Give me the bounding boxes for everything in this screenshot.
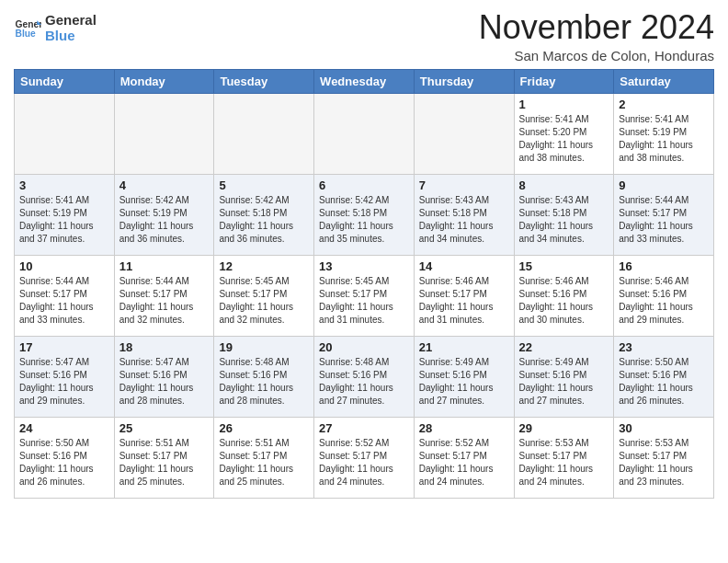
calendar-cell: 12Sunrise: 5:45 AM Sunset: 5:17 PM Dayli… xyxy=(214,255,314,336)
calendar-cell: 6Sunrise: 5:42 AM Sunset: 5:18 PM Daylig… xyxy=(314,174,415,255)
calendar-cell: 21Sunrise: 5:49 AM Sunset: 5:16 PM Dayli… xyxy=(414,336,514,417)
calendar-cell xyxy=(414,93,514,174)
day-info: Sunrise: 5:42 AM Sunset: 5:19 PM Dayligh… xyxy=(119,194,210,246)
calendar-cell xyxy=(15,93,115,174)
day-number: 26 xyxy=(219,421,309,435)
calendar-cell: 2Sunrise: 5:41 AM Sunset: 5:19 PM Daylig… xyxy=(614,93,714,174)
weekday-header: Sunday xyxy=(15,69,115,93)
calendar-cell: 19Sunrise: 5:48 AM Sunset: 5:16 PM Dayli… xyxy=(214,336,314,417)
day-number: 23 xyxy=(619,340,709,354)
day-info: Sunrise: 5:42 AM Sunset: 5:18 PM Dayligh… xyxy=(319,194,409,246)
day-number: 19 xyxy=(219,340,309,354)
day-info: Sunrise: 5:46 AM Sunset: 5:16 PM Dayligh… xyxy=(519,275,609,327)
weekday-header: Saturday xyxy=(614,69,714,93)
logo-icon: General Blue xyxy=(14,15,41,42)
day-number: 11 xyxy=(119,259,210,273)
calendar: SundayMondayTuesdayWednesdayThursdayFrid… xyxy=(14,69,714,499)
day-info: Sunrise: 5:43 AM Sunset: 5:18 PM Dayligh… xyxy=(419,194,509,246)
calendar-cell: 8Sunrise: 5:43 AM Sunset: 5:18 PM Daylig… xyxy=(514,174,614,255)
day-number: 4 xyxy=(119,178,210,192)
day-info: Sunrise: 5:53 AM Sunset: 5:17 PM Dayligh… xyxy=(619,437,709,488)
calendar-week-row: 1Sunrise: 5:41 AM Sunset: 5:20 PM Daylig… xyxy=(15,93,714,174)
day-number: 17 xyxy=(19,340,109,354)
weekday-header: Monday xyxy=(114,69,214,93)
calendar-cell: 7Sunrise: 5:43 AM Sunset: 5:18 PM Daylig… xyxy=(414,174,514,255)
calendar-cell: 23Sunrise: 5:50 AM Sunset: 5:16 PM Dayli… xyxy=(614,336,714,417)
calendar-cell: 18Sunrise: 5:47 AM Sunset: 5:16 PM Dayli… xyxy=(114,336,214,417)
subtitle: San Marcos de Colon, Honduras xyxy=(479,48,714,63)
calendar-cell: 17Sunrise: 5:47 AM Sunset: 5:16 PM Dayli… xyxy=(15,336,115,417)
day-info: Sunrise: 5:49 AM Sunset: 5:16 PM Dayligh… xyxy=(419,356,509,408)
day-number: 5 xyxy=(219,178,309,192)
day-info: Sunrise: 5:44 AM Sunset: 5:17 PM Dayligh… xyxy=(119,275,210,327)
day-info: Sunrise: 5:41 AM Sunset: 5:19 PM Dayligh… xyxy=(619,113,709,165)
day-number: 24 xyxy=(19,421,109,435)
weekday-header: Wednesday xyxy=(314,69,415,93)
logo: General Blue General Blue xyxy=(14,13,97,43)
day-info: Sunrise: 5:49 AM Sunset: 5:16 PM Dayligh… xyxy=(519,356,609,408)
calendar-header-row: SundayMondayTuesdayWednesdayThursdayFrid… xyxy=(15,69,714,93)
day-info: Sunrise: 5:52 AM Sunset: 5:17 PM Dayligh… xyxy=(319,437,409,488)
day-number: 28 xyxy=(419,421,509,435)
day-info: Sunrise: 5:46 AM Sunset: 5:16 PM Dayligh… xyxy=(619,275,709,327)
calendar-cell xyxy=(314,93,415,174)
calendar-week-row: 17Sunrise: 5:47 AM Sunset: 5:16 PM Dayli… xyxy=(15,336,714,417)
calendar-cell: 13Sunrise: 5:45 AM Sunset: 5:17 PM Dayli… xyxy=(314,255,415,336)
calendar-cell: 20Sunrise: 5:48 AM Sunset: 5:16 PM Dayli… xyxy=(314,336,415,417)
day-number: 6 xyxy=(319,178,409,192)
calendar-cell: 3Sunrise: 5:41 AM Sunset: 5:19 PM Daylig… xyxy=(15,174,115,255)
day-number: 9 xyxy=(619,178,709,192)
day-number: 27 xyxy=(319,421,409,435)
day-info: Sunrise: 5:46 AM Sunset: 5:17 PM Dayligh… xyxy=(419,275,509,327)
day-info: Sunrise: 5:45 AM Sunset: 5:17 PM Dayligh… xyxy=(219,275,309,327)
calendar-cell: 28Sunrise: 5:52 AM Sunset: 5:17 PM Dayli… xyxy=(414,417,514,498)
day-number: 7 xyxy=(419,178,509,192)
day-info: Sunrise: 5:47 AM Sunset: 5:16 PM Dayligh… xyxy=(119,356,210,408)
day-info: Sunrise: 5:50 AM Sunset: 5:16 PM Dayligh… xyxy=(619,356,709,408)
day-number: 12 xyxy=(219,259,309,273)
day-info: Sunrise: 5:52 AM Sunset: 5:17 PM Dayligh… xyxy=(419,437,509,488)
day-number: 30 xyxy=(619,421,709,435)
day-number: 29 xyxy=(519,421,609,435)
calendar-cell: 26Sunrise: 5:51 AM Sunset: 5:17 PM Dayli… xyxy=(214,417,314,498)
calendar-cell: 5Sunrise: 5:42 AM Sunset: 5:18 PM Daylig… xyxy=(214,174,314,255)
calendar-cell: 25Sunrise: 5:51 AM Sunset: 5:17 PM Dayli… xyxy=(114,417,214,498)
day-info: Sunrise: 5:45 AM Sunset: 5:17 PM Dayligh… xyxy=(319,275,409,327)
day-number: 10 xyxy=(19,259,109,273)
day-number: 22 xyxy=(519,340,609,354)
calendar-cell: 9Sunrise: 5:44 AM Sunset: 5:17 PM Daylig… xyxy=(614,174,714,255)
day-info: Sunrise: 5:51 AM Sunset: 5:17 PM Dayligh… xyxy=(219,437,309,488)
logo-line2: Blue xyxy=(45,29,97,44)
day-number: 21 xyxy=(419,340,509,354)
day-number: 25 xyxy=(119,421,210,435)
calendar-cell: 24Sunrise: 5:50 AM Sunset: 5:16 PM Dayli… xyxy=(15,417,115,498)
day-number: 1 xyxy=(519,98,609,111)
calendar-cell: 4Sunrise: 5:42 AM Sunset: 5:19 PM Daylig… xyxy=(114,174,214,255)
calendar-week-row: 10Sunrise: 5:44 AM Sunset: 5:17 PM Dayli… xyxy=(15,255,714,336)
title-block: November 2024 San Marcos de Colon, Hondu… xyxy=(479,9,714,63)
day-number: 13 xyxy=(319,259,409,273)
calendar-week-row: 24Sunrise: 5:50 AM Sunset: 5:16 PM Dayli… xyxy=(15,417,714,498)
calendar-cell: 16Sunrise: 5:46 AM Sunset: 5:16 PM Dayli… xyxy=(614,255,714,336)
header: General Blue General Blue November 2024 … xyxy=(14,9,714,63)
month-title: November 2024 xyxy=(479,9,714,46)
svg-text:Blue: Blue xyxy=(16,28,37,38)
day-info: Sunrise: 5:48 AM Sunset: 5:16 PM Dayligh… xyxy=(219,356,309,408)
day-number: 18 xyxy=(119,340,210,354)
day-number: 14 xyxy=(419,259,509,273)
calendar-cell: 15Sunrise: 5:46 AM Sunset: 5:16 PM Dayli… xyxy=(514,255,614,336)
day-info: Sunrise: 5:42 AM Sunset: 5:18 PM Dayligh… xyxy=(219,194,309,246)
day-number: 20 xyxy=(319,340,409,354)
day-info: Sunrise: 5:50 AM Sunset: 5:16 PM Dayligh… xyxy=(19,437,109,488)
calendar-cell: 14Sunrise: 5:46 AM Sunset: 5:17 PM Dayli… xyxy=(414,255,514,336)
day-info: Sunrise: 5:43 AM Sunset: 5:18 PM Dayligh… xyxy=(519,194,609,246)
day-number: 8 xyxy=(519,178,609,192)
weekday-header: Friday xyxy=(514,69,614,93)
day-number: 15 xyxy=(519,259,609,273)
day-info: Sunrise: 5:44 AM Sunset: 5:17 PM Dayligh… xyxy=(19,275,109,327)
logo-line1: General xyxy=(45,13,97,29)
calendar-cell xyxy=(114,93,214,174)
calendar-cell: 11Sunrise: 5:44 AM Sunset: 5:17 PM Dayli… xyxy=(114,255,214,336)
day-number: 2 xyxy=(619,98,709,111)
calendar-cell: 1Sunrise: 5:41 AM Sunset: 5:20 PM Daylig… xyxy=(514,93,614,174)
